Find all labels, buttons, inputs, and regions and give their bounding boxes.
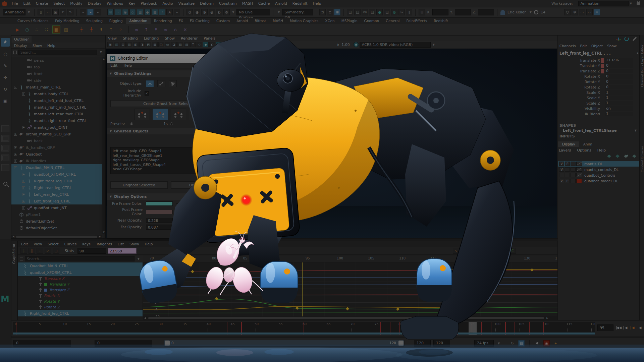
- layer-reference-toggle[interactable]: [571, 179, 576, 183]
- shelf-tab-xgen[interactable]: XGen: [322, 18, 338, 24]
- color-space-dropdown-icon[interactable]: ▼: [431, 43, 436, 46]
- outliner-item-mantis-right-mid-foot-ctrl[interactable]: mantis_right_mid_foot_CTRL: [11, 104, 102, 111]
- user-avatar-icon[interactable]: [500, 10, 505, 15]
- menu-playback[interactable]: Playback: [141, 1, 157, 6]
- select-tool-icon[interactable]: ➢: [80, 9, 86, 15]
- audio-mute-icon[interactable]: [534, 340, 541, 347]
- ghosting-editor-title-bar[interactable]: M Ghosting Editor – □ ✕: [107, 54, 232, 63]
- menu-redshift[interactable]: Redshift: [292, 1, 308, 6]
- menu-panels[interactable]: Panels: [204, 36, 215, 41]
- menu-view[interactable]: View: [34, 242, 42, 246]
- live-surface-field[interactable]: No Live Surface: [236, 9, 270, 15]
- menu-constrain[interactable]: Constrain: [219, 1, 237, 6]
- workspace-dropdown-icon[interactable]: ▼: [629, 2, 633, 5]
- menu-edit[interactable]: Edit: [23, 1, 30, 6]
- parent-constraint-icon[interactable]: ∞: [132, 25, 141, 34]
- shelf-tab-fx[interactable]: FX: [175, 18, 186, 24]
- pole-vector-icon[interactable]: ✕: [181, 25, 189, 34]
- pencil-icon[interactable]: [632, 37, 637, 41]
- layer-visibility-toggle[interactable]: V: [559, 162, 564, 166]
- expander-icon[interactable]: -: [14, 166, 17, 169]
- pre-frame-slider[interactable]: [176, 203, 228, 204]
- menu-display[interactable]: Display: [14, 44, 27, 48]
- outliner-title[interactable]: Outliner: [11, 36, 32, 43]
- channel-rotate-y[interactable]: Rotate Y0: [558, 79, 635, 84]
- channel-value[interactable]: 0: [605, 63, 633, 68]
- construction-history-icon[interactable]: ◔: [186, 9, 193, 15]
- shelf-tab-animation[interactable]: Animation: [126, 18, 151, 24]
- aim-constraint-icon[interactable]: ∞: [162, 25, 170, 34]
- undo-button[interactable]: ↶: [60, 9, 66, 15]
- layer-row-mantis-controls-dl[interactable]: Vmantis_controls_DL: [558, 167, 639, 172]
- outliner-filter-icon[interactable]: [13, 51, 17, 54]
- point-constraint-icon[interactable]: ↑: [142, 25, 150, 34]
- time-slider[interactable]: 0510152025303540455055606570758085909510…: [11, 321, 644, 337]
- ghosting-settings-section-header[interactable]: ▼ Ghosting Settings: [107, 70, 232, 77]
- magnifier-icon[interactable]: [3, 182, 7, 186]
- outliner-item-top[interactable]: top: [11, 64, 102, 70]
- post-frame-color-swatch[interactable]: [146, 210, 173, 214]
- snap-help-icon[interactable]: ?: [159, 9, 165, 15]
- outliner-item-right-rear-leg-ctrl[interactable]: +Right_rear_leg_CTRL: [11, 184, 102, 191]
- menu-help[interactable]: Help: [123, 63, 132, 68]
- channel-value[interactable]: 1: [605, 90, 633, 95]
- select-tool[interactable]: [1, 38, 10, 47]
- ghosted-objects-section-header[interactable]: ▼ Ghosted Objects: [107, 128, 232, 134]
- snap-grid-icon[interactable]: ⊞: [107, 9, 114, 15]
- menu-display[interactable]: Display: [88, 1, 102, 6]
- render-settings-icon[interactable]: ▤: [369, 9, 375, 15]
- channel-box-scroll-up-icon[interactable]: ▲: [637, 52, 639, 55]
- menu-mash[interactable]: MASH: [242, 1, 253, 6]
- expander-icon[interactable]: +: [14, 160, 17, 163]
- menu-channels[interactable]: Channels: [559, 44, 576, 48]
- layer-reference-toggle[interactable]: [571, 162, 576, 166]
- new-layer-from-selected-icon[interactable]: [632, 154, 637, 158]
- preset-radio-2s[interactable]: [170, 122, 173, 125]
- menu-edit[interactable]: Edit: [21, 242, 28, 246]
- layer-color-swatch[interactable]: [576, 173, 582, 177]
- dope-sheet-icon[interactable]: ▥: [62, 25, 70, 34]
- outliner-item-front[interactable]: front: [11, 70, 102, 77]
- shelf-tab-fx-caching[interactable]: FX Caching: [186, 18, 213, 24]
- channel-value[interactable]: 0: [605, 85, 633, 89]
- menu-object[interactable]: Object: [591, 44, 603, 48]
- auto-tangent-icon[interactable]: A: [485, 248, 492, 254]
- range-slider[interactable]: 0 120: [164, 340, 405, 347]
- move-layer-down-icon[interactable]: [615, 154, 620, 158]
- four-pane-layout-button[interactable]: [1, 135, 9, 142]
- user-dropdown-icon[interactable]: ▼: [528, 11, 533, 14]
- channel-value[interactable]: 1: [605, 101, 633, 106]
- shape-name[interactable]: Left_front_leg_CTRLShape: [563, 128, 617, 133]
- graph-channel-rotate-x[interactable]: Rotate X: [18, 293, 143, 299]
- channel-ik-blend[interactable]: IK Blend1: [558, 111, 635, 117]
- minimize-button[interactable]: –: [202, 56, 210, 61]
- outliner-item-mantis-left-rear-foot-ctrl[interactable]: mantis_left_rear_foot_CTRL: [11, 111, 102, 117]
- viewport-image-plane-icon[interactable]: ▥: [126, 42, 132, 47]
- channel-value[interactable]: 1: [605, 112, 633, 116]
- expander-icon[interactable]: +: [22, 186, 25, 189]
- region-select-icon[interactable]: ◸: [45, 248, 51, 254]
- construction-icon-6[interactable]: ◓: [223, 9, 230, 15]
- channel-scale-y[interactable]: Scale Y1: [558, 95, 635, 101]
- channel-translate-y[interactable]: Translate Y0: [558, 63, 635, 68]
- content-browser-side-tab[interactable]: Content Browser: [640, 146, 644, 172]
- lock-selection-icon[interactable]: A: [166, 9, 173, 15]
- viewport-ao-icon[interactable]: ▒: [228, 42, 234, 47]
- channel-translate-z[interactable]: Translate Z0: [558, 68, 635, 74]
- graph-tree-quadbot-xform-ctrl[interactable]: quadbot_XFORM_CTRL: [18, 269, 143, 276]
- select-object-icon[interactable]: ➢: [95, 9, 101, 15]
- outliner-search-input[interactable]: [18, 50, 97, 55]
- tangent-flat-icon[interactable]: ─: [469, 248, 476, 254]
- construction-icon-2[interactable]: ◕: [194, 9, 200, 15]
- scale-tool[interactable]: ▣: [1, 97, 10, 105]
- render-view-icon[interactable]: ▤: [347, 9, 353, 15]
- menu-edit[interactable]: Edit: [580, 44, 587, 48]
- menu-audio[interactable]: Audio: [162, 1, 173, 6]
- outliner-item-defaultobjectset[interactable]: defaultObjectSet: [11, 225, 102, 231]
- user-name[interactable]: Eric Keller: [507, 10, 526, 14]
- exposure-icon[interactable]: ◗: [335, 42, 341, 47]
- render-sequence-icon[interactable]: ▤: [384, 9, 390, 15]
- snap-projected-center-icon[interactable]: ◇: [129, 9, 136, 15]
- tangent-c-icon[interactable]: C: [509, 248, 516, 254]
- viewport-grid-icon[interactable]: ▦: [152, 42, 158, 47]
